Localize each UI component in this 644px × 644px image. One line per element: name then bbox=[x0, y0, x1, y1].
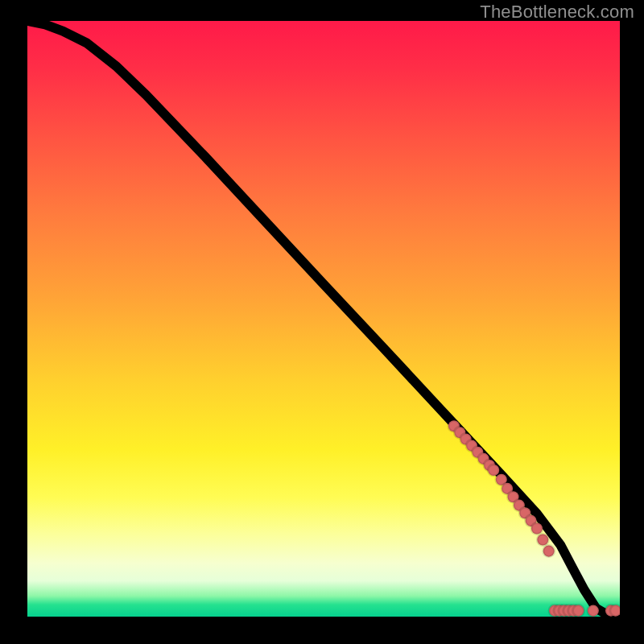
attribution-text: TheBottleneck.com bbox=[480, 2, 634, 23]
data-point bbox=[588, 605, 599, 617]
plot-area bbox=[27, 21, 620, 617]
data-point bbox=[610, 605, 620, 617]
data-point bbox=[572, 605, 584, 617]
chart-svg bbox=[27, 21, 620, 617]
chart-frame: TheBottleneck.com bbox=[0, 0, 644, 644]
data-point bbox=[537, 535, 548, 546]
data-point bbox=[531, 522, 543, 534]
scatter-markers bbox=[448, 420, 620, 616]
data-point bbox=[543, 546, 555, 557]
